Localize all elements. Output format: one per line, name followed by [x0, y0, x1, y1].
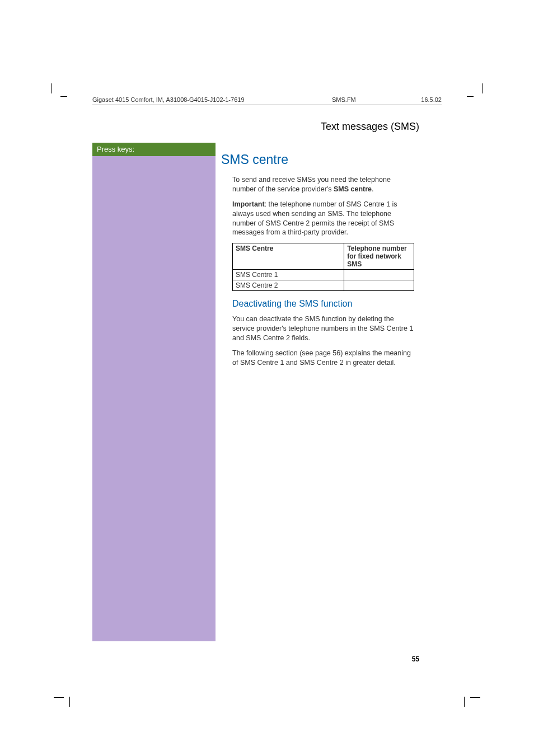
file-name: SMS.FM [332, 96, 356, 103]
paragraph-1: To send and receive SMSs you need the te… [232, 175, 414, 194]
para1-post: . [372, 185, 373, 193]
crop-mark [60, 96, 67, 103]
cell-sms-centre-2: SMS Centre 2 [233, 280, 344, 291]
sidebar-panel [92, 156, 216, 641]
para2-bold: Important [232, 200, 265, 208]
cell-number-1 [344, 270, 414, 280]
paragraph-4: The following section (see page 56) expl… [232, 349, 414, 368]
table-row: SMS Centre 2 [233, 280, 414, 291]
press-keys-bar: Press keys: [92, 143, 216, 156]
col-header-sms-centre: SMS Centre [233, 243, 344, 270]
cell-sms-centre-1: SMS Centre 1 [233, 270, 344, 280]
col-header-number: Telephone number for fixed network SMS [344, 243, 414, 270]
crop-mark [54, 687, 63, 696]
section-title: Text messages (SMS) [321, 121, 419, 133]
table-row: SMS Centre 1 [233, 270, 414, 280]
doc-id: Gigaset 4015 Comfort, IM, A31008-G4015-J… [92, 96, 245, 103]
doc-date: 16.5.02 [421, 96, 442, 103]
crop-mark [471, 687, 480, 696]
page-number: 55 [412, 655, 419, 663]
page-header: Gigaset 4015 Comfort, IM, A31008-G4015-J… [92, 96, 442, 105]
sms-centre-table: SMS Centre Telephone number for fixed ne… [232, 243, 414, 291]
heading-deactivating: Deactivating the SMS function [232, 299, 414, 309]
para1-bold: SMS centre [334, 185, 372, 193]
cell-number-2 [344, 280, 414, 291]
crop-mark [467, 96, 474, 103]
table-header-row: SMS Centre Telephone number for fixed ne… [233, 243, 414, 270]
paragraph-3: You can deactivate the SMS function by d… [232, 314, 414, 343]
heading-sms-centre: SMS centre [221, 152, 414, 167]
paragraph-2: Important: the telephone number of SMS C… [232, 200, 414, 238]
content-area: SMS centre To send and receive SMSs you … [221, 152, 414, 373]
